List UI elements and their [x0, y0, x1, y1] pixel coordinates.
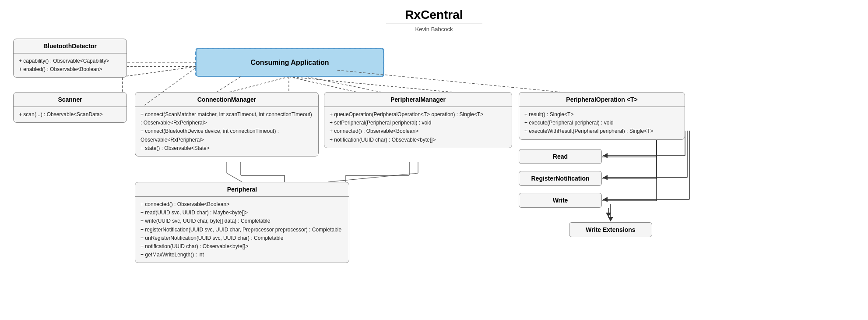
peripheral-manager-body: + queueOperation(PeripheralOperation<T> … — [324, 107, 512, 148]
peripheral-body: + connected() : Observable<Boolean> + re… — [135, 197, 349, 263]
peripheral-method-5: + unRegisterNotification(UUID svc, UUID … — [141, 234, 344, 242]
peripheral-manager-method-2: + setPeripheral(Peripheral peripheral) :… — [330, 119, 506, 127]
svg-marker-19 — [606, 213, 611, 217]
peripheral-method-7: + getMaxWriteLength() : int — [141, 251, 344, 259]
bluetooth-detector-box: BluetoothDetector + capability() : Obser… — [13, 39, 127, 78]
read-box: Read — [519, 149, 602, 164]
svg-line-7 — [123, 67, 196, 77]
connection-manager-method-1: + connect(ScanMatcher matcher, int scanT… — [141, 110, 313, 127]
connection-manager-method-2: + connect(BluetoothDevice device, int co… — [141, 127, 313, 144]
peripheral-method-3: + write(UUID svc, UUID char, byte[] data… — [141, 217, 344, 225]
svg-line-46 — [328, 173, 418, 182]
peripheral-operation-method-2: + execute(Peripheral peripheral) : void — [524, 119, 679, 127]
connection-manager-body: + connect(ScanMatcher matcher, int scanT… — [135, 107, 318, 156]
diagram-container: RxCentral Kevin Babcock Consuming Applic… — [0, 0, 868, 320]
write-extensions-box: Write Extensions — [569, 222, 652, 237]
peripheral-method-4: + registerNotification(UUID svc, UUID ch… — [141, 226, 344, 234]
peripheral-manager-box: PeripheralManager + queueOperation(Perip… — [324, 92, 512, 148]
peripheral-manager-method-3: + connected() : Observable<Boolean> — [330, 127, 506, 135]
scanner-title: Scanner — [14, 92, 127, 107]
register-notification-box: RegisterNotification — [519, 171, 602, 186]
read-label: Read — [553, 153, 568, 160]
connection-manager-method-3: + state() : Observable<State> — [141, 144, 313, 153]
register-notification-label: RegisterNotification — [531, 175, 589, 182]
scanner-body: + scan(...) : Observable<ScanData> — [14, 107, 127, 122]
write-label: Write — [553, 197, 568, 204]
consuming-app-label: Consuming Application — [251, 59, 329, 67]
svg-marker-29 — [603, 153, 608, 158]
peripheral-method-1: + connected() : Observable<Boolean> — [141, 200, 344, 209]
peripheral-operation-method-1: + result() : Single<T> — [524, 110, 679, 119]
peripheral-operation-title: PeripheralOperation <T> — [519, 92, 685, 107]
svg-marker-32 — [603, 175, 608, 180]
svg-line-41 — [306, 77, 381, 92]
title-main: RxCentral — [0, 8, 868, 22]
peripheral-method-6: + notification(UUID char) : Observable<b… — [141, 242, 344, 251]
title-subtitle: Kevin Babcock — [0, 26, 868, 32]
bluetooth-detector-title: BluetoothDetector — [14, 39, 127, 53]
svg-marker-37 — [608, 217, 613, 221]
peripheral-manager-title: PeripheralManager — [324, 92, 512, 107]
peripheral-title: Peripheral — [135, 182, 349, 197]
bluetooth-detector-body: + capability() : Observable<Capability> … — [14, 53, 127, 77]
write-extensions-label: Write Extensions — [586, 226, 635, 233]
bluetooth-detector-method-2: + enabled() : Observable<Boolean> — [19, 65, 121, 74]
write-box: Write — [519, 193, 602, 208]
connection-manager-title: ConnectionManager — [135, 92, 318, 107]
consuming-app-box: Consuming Application — [196, 48, 384, 77]
peripheral-manager-method-1: + queueOperation(PeripheralOperation<T> … — [330, 110, 506, 119]
peripheral-manager-method-4: + notification(UUID char) : Obsevable<by… — [330, 136, 506, 144]
scanner-box: Scanner + scan(...) : Observable<ScanDat… — [13, 92, 127, 123]
peripheral-operation-method-3: + executeWithResult(Peripheral periphera… — [524, 127, 679, 135]
peripheral-method-2: + read(UUID svc, UUID char) : Maybe<byte… — [141, 209, 344, 217]
svg-line-44 — [227, 173, 242, 182]
svg-marker-35 — [603, 197, 608, 202]
bluetooth-detector-method-1: + capability() : Observable<Capability> — [19, 57, 121, 65]
peripheral-operation-body: + result() : Single<T> + execute(Periphe… — [519, 107, 685, 139]
scanner-method-1: + scan(...) : Observable<ScanData> — [19, 110, 121, 119]
title-line — [386, 24, 482, 24]
peripheral-box: Peripheral + connected() : Observable<Bo… — [135, 182, 349, 263]
title-block: RxCentral Kevin Babcock — [0, 8, 868, 32]
connection-manager-box: ConnectionManager + connect(ScanMatcher … — [135, 92, 319, 156]
svg-line-40 — [217, 77, 241, 92]
peripheral-operation-box: PeripheralOperation <T> + result() : Sin… — [519, 92, 685, 140]
